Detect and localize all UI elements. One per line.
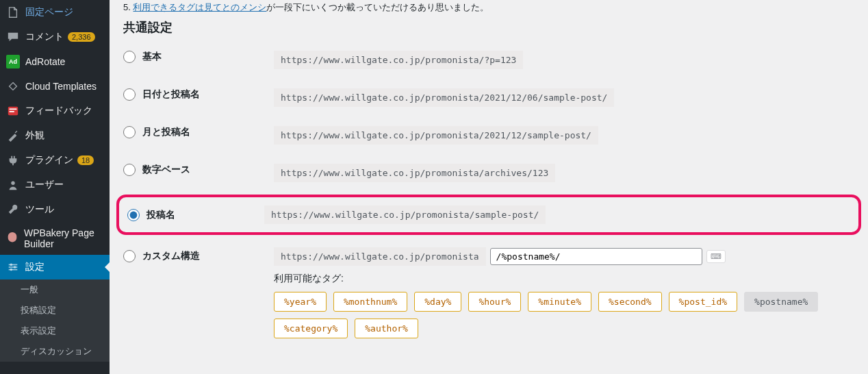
tag-button-day[interactable]: %day%	[414, 292, 461, 312]
tag-button-hour[interactable]: %hour%	[468, 292, 521, 312]
option-dayname[interactable]: 日付と投稿名	[123, 88, 274, 101]
menu-wpbakery[interactable]: WPBakery Page Builder	[0, 222, 110, 255]
radio-numeric[interactable]	[123, 164, 136, 176]
tag-button-minute[interactable]: %minute%	[528, 292, 591, 312]
label-monthname: 月と投稿名	[142, 126, 190, 138]
option-numeric[interactable]: 数字ベース	[123, 164, 274, 176]
tag-buttons: %year%%monthnum%%day%%hour%%minute%%seco…	[274, 292, 854, 338]
appearance-icon	[6, 129, 20, 142]
menu-label: WPBakery Page Builder	[24, 227, 103, 249]
svg-point-8	[14, 266, 16, 269]
sample-monthname: https://www.willgate.co.jp/promonista/20…	[274, 126, 598, 145]
sample-dayname: https://www.willgate.co.jp/promonista/20…	[274, 88, 614, 107]
submenu-writing[interactable]: 投稿設定	[0, 300, 110, 321]
custom-structure-input[interactable]	[490, 248, 702, 265]
radio-dayname[interactable]	[123, 88, 136, 101]
tag-button-author[interactable]: %author%	[355, 319, 418, 338]
label-numeric: 数字ベース	[142, 164, 190, 176]
menu-plugins[interactable]: プラグイン 18	[0, 148, 110, 173]
menu-label: 外観	[25, 129, 44, 142]
settings-submenu: 一般 投稿設定 表示設定 ディスカッション	[0, 279, 110, 362]
cloud-icon	[6, 79, 20, 93]
top-note-link[interactable]: 利用できるタグは見てとのメンシ	[133, 2, 266, 12]
option-plain[interactable]: 基本	[123, 51, 274, 63]
tools-icon	[6, 203, 20, 216]
menu-comments[interactable]: コメント 2,336	[0, 25, 110, 49]
menu-label: 固定ページ	[25, 6, 73, 18]
sample-plain: https://www.willgate.co.jp/promonista/?p…	[274, 51, 523, 69]
tag-button-postname[interactable]: %postname%	[744, 292, 818, 312]
menu-label: コメント	[25, 31, 64, 43]
menu-pages[interactable]: 固定ページ	[0, 0, 110, 25]
submenu-reading[interactable]: 表示設定	[0, 321, 110, 341]
label-custom: カスタム構造	[142, 250, 200, 262]
keyboard-hint-icon: ⌨	[706, 250, 726, 263]
svg-rect-1	[10, 108, 17, 110]
menu-label: フィードバック	[25, 105, 92, 117]
submenu-general[interactable]: 一般	[0, 279, 110, 300]
menu-label: ツール	[25, 203, 54, 216]
label-plain: 基本	[142, 51, 162, 63]
tag-button-category[interactable]: %category%	[274, 319, 348, 338]
menu-tools[interactable]: ツール	[0, 197, 110, 222]
plugins-icon	[6, 153, 20, 167]
custom-base: https://www.willgate.co.jp/promonista	[274, 247, 486, 266]
radio-plain[interactable]	[123, 51, 136, 63]
radio-monthname[interactable]	[123, 126, 136, 138]
settings-icon	[6, 260, 20, 274]
comments-count-badge: 2,336	[68, 32, 95, 42]
sample-numeric: https://www.willgate.co.jp/promonista/ar…	[274, 164, 555, 182]
menu-cloud-templates[interactable]: Cloud Templates	[0, 74, 110, 99]
tag-button-year[interactable]: %year%	[274, 292, 327, 312]
menu-label: AdRotate	[25, 56, 65, 67]
option-monthname[interactable]: 月と投稿名	[123, 126, 274, 138]
page-icon	[6, 5, 20, 19]
menu-adrotate[interactable]: Ad AdRotate	[0, 49, 110, 74]
svg-rect-2	[10, 111, 14, 112]
plugins-count-badge: 18	[77, 155, 94, 165]
users-icon	[6, 178, 20, 192]
permalink-options: 基本 https://www.willgate.co.jp/promonista…	[123, 51, 854, 338]
wpbakery-icon	[6, 232, 18, 245]
menu-label: プラグイン	[25, 154, 73, 166]
menu-settings[interactable]: 設定	[0, 255, 110, 279]
menu-label: ユーザー	[25, 179, 64, 191]
sample-postname: https://www.willgate.co.jp/promonista/sa…	[264, 205, 546, 224]
svg-point-7	[10, 264, 13, 266]
adrotate-icon: Ad	[6, 55, 20, 68]
section-heading: 共通設定	[123, 19, 854, 36]
tag-button-second[interactable]: %second%	[598, 292, 662, 312]
highlighted-postname-row: 投稿名 https://www.willgate.co.jp/promonist…	[116, 195, 861, 235]
main-content: 5. 利用できるタグは見てとのメンシが一段下にいくつか載っていただけるあり思いま…	[110, 0, 868, 374]
tag-button-monthnum[interactable]: %monthnum%	[333, 292, 407, 312]
menu-appearance[interactable]: 外観	[0, 123, 110, 148]
radio-postname[interactable]	[127, 209, 140, 221]
admin-sidebar: 固定ページ コメント 2,336 Ad AdRotate Cloud Templ…	[0, 0, 110, 374]
menu-label: Cloud Templates	[25, 81, 97, 92]
label-dayname: 日付と投稿名	[142, 88, 200, 101]
option-postname[interactable]: 投稿名	[127, 209, 264, 221]
tag-button-post_id[interactable]: %post_id%	[669, 292, 737, 312]
comment-icon	[6, 30, 20, 44]
submenu-discussion[interactable]: ディスカッション	[0, 341, 110, 362]
menu-feedback[interactable]: フィードバック	[0, 99, 110, 123]
svg-point-9	[10, 269, 13, 271]
radio-custom[interactable]	[123, 250, 136, 262]
feedback-icon	[6, 104, 20, 118]
top-note: 5. 利用できるタグは見てとのメンシが一段下にいくつか載っていただけるあり思いま…	[123, 0, 854, 14]
menu-label: 設定	[25, 261, 44, 273]
menu-users[interactable]: ユーザー	[0, 173, 110, 197]
svg-point-3	[11, 182, 14, 185]
label-postname: 投稿名	[146, 209, 175, 221]
available-tags-label: 利用可能なタグ:	[274, 273, 854, 285]
option-custom[interactable]: カスタム構造	[123, 247, 274, 262]
